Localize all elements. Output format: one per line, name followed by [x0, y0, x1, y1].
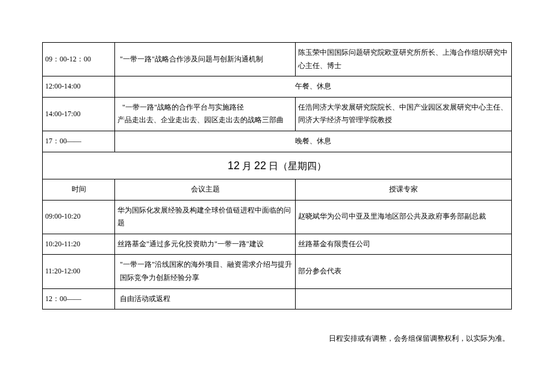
date-header-row: 12 月 22 日（星期四） [43, 152, 512, 179]
expert-cell: 赵晓斌华为公司中亚及里海地区部公共及政府事务部副总裁 [296, 200, 512, 234]
table-row: 12:00-14:00 午餐、休息 [43, 76, 512, 98]
schedule-document: 09：00-12：00 "一带一路"战略合作涉及问题与创新沟通机制 陈玉荣中国国… [0, 0, 554, 344]
topic-line: 产品走出去、企业走出去、园区走出去的战略三部曲 [117, 114, 293, 127]
topic-cell: "一带一路"沿线国家的海外项目、融资需求介绍与提升国际竞争力创新经验分享 [115, 255, 296, 288]
schedule-table: 09：00-12：00 "一带一路"战略合作涉及问题与创新沟通机制 陈玉荣中国国… [42, 42, 512, 310]
table-row: 09：00-12：00 "一带一路"战略合作涉及问题与创新沟通机制 陈玉荣中国国… [43, 43, 512, 76]
time-header: 时间 [43, 179, 115, 200]
expert-cell: 丝路基金有限责任公司 [296, 234, 512, 255]
table-row: 12：00—— 自由活动或返程 [43, 288, 512, 310]
table-row: 09:00-10:20 华为国际化发展经验及构建全球价值链进程中面临的问题 赵晓… [43, 200, 512, 234]
time-cell: 12:00-14:00 [43, 76, 115, 98]
topic-cell: 华为国际化发展经验及构建全球价值链进程中面临的问题 [115, 200, 296, 234]
time-cell: 11:20-12:00 [43, 255, 115, 288]
time-cell: 09：00-12：00 [43, 43, 115, 76]
day-unit: 日（星期四） [266, 161, 326, 171]
date-header: 12 月 22 日（星期四） [43, 152, 512, 179]
time-cell: 09:00-10:20 [43, 200, 115, 234]
month-number: 12 [228, 160, 240, 172]
topic-cell: "一带一路"战略的合作平台与实施路径 产品走出去、企业走出去、园区走出去的战略三… [115, 97, 296, 131]
merged-cell: 午餐、休息 [115, 76, 512, 98]
expert-cell [296, 288, 512, 310]
time-cell: 17：00—— [43, 131, 115, 152]
time-cell: 14:00-17:00 [43, 97, 115, 131]
day-number: 22 [254, 160, 266, 172]
expert-cell: 陈玉荣中国国际问题研究院欧亚研究所所长、上海合作组织研究中心主任、博士 [296, 43, 512, 76]
header-row: 时间 会议主题 授课专家 [43, 179, 512, 200]
expert-header: 授课专家 [296, 179, 512, 200]
topic-cell: "一带一路"战略合作涉及问题与创新沟通机制 [115, 43, 296, 76]
expert-cell: 部分参会代表 [296, 255, 512, 288]
topic-header: 会议主题 [115, 179, 296, 200]
time-cell: 12：00—— [43, 288, 115, 310]
table-row: 10:20-11:20 丝路基金"通过多元化投资助力"一带一路"建设 丝路基金有… [43, 234, 512, 255]
topic-line: "一带一路"战略的合作平台与实施路径 [117, 101, 293, 114]
table-row: 11:20-12:00 "一带一路"沿线国家的海外项目、融资需求介绍与提升国际竞… [43, 255, 512, 288]
time-cell: 10:20-11:20 [43, 234, 115, 255]
topic-cell: 丝路基金"通过多元化投资助力"一带一路"建设 [115, 234, 296, 255]
table-row: 17：00—— 晚餐、休息 [43, 131, 512, 152]
expert-cell: 任浩同济大学发展研究院院长、中国产业园区发展研究中心主任、同济大学经济与管理学院… [296, 97, 512, 131]
footnote: 日程安排或有调整，会务组保留调整权利，以实际为准。 [42, 334, 512, 344]
topic-cell: 自由活动或返程 [115, 288, 296, 310]
merged-cell: 晚餐、休息 [115, 131, 512, 152]
table-row: 14:00-17:00 "一带一路"战略的合作平台与实施路径 产品走出去、企业走… [43, 97, 512, 131]
month-unit: 月 [240, 161, 254, 171]
